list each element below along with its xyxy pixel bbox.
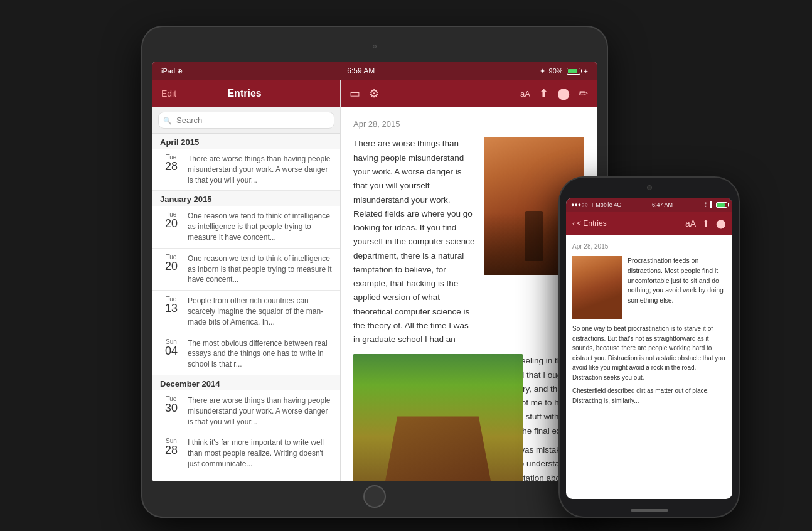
sidebar-title: Entries — [227, 88, 261, 99]
ipad-device: iPad ⊕ 6:59 AM ✦ 90% + Edit — [142, 27, 607, 517]
iphone-battery-icon — [716, 202, 727, 208]
battery-fill — [568, 69, 577, 73]
edit-button[interactable]: Edit — [161, 88, 176, 99]
entry-preview: There are worse things than having peopl… — [188, 395, 333, 427]
iphone-toolbar: ‹ < Entries aA ⬆ ⬤ — [566, 212, 732, 235]
iphone-entry-row: Procrastination feeds on distractions. M… — [572, 256, 726, 319]
entry-date: Tue 20 — [160, 254, 183, 285]
power-icon: + — [584, 67, 588, 75]
photo-spacer — [353, 354, 454, 481]
bluetooth-icon: ✦ — [540, 67, 545, 75]
share-icon[interactable]: ⬆ — [702, 218, 710, 228]
list-item[interactable]: Sun 04 The most obvious difference betwe… — [152, 333, 340, 375]
list-item[interactable]: Tue 20 One reason we tend to think of in… — [152, 206, 340, 248]
entry-text-block: There are worse things than having peopl… — [353, 137, 475, 346]
iphone-camera — [647, 185, 652, 190]
ipad-status-left: iPad ⊕ — [161, 67, 183, 75]
list-item[interactable]: Tue 30 There are worse things than havin… — [152, 390, 340, 432]
ipad-content-area: Edit Entries April 2015 — [152, 80, 597, 481]
ipad-device-label: iPad ⊕ — [161, 67, 183, 75]
settings-icon[interactable]: ⚙ — [369, 87, 379, 100]
sidebar-list: April 2015 Tue 28 There are worse things… — [152, 134, 340, 481]
entry-date: Sun 04 — [160, 338, 183, 370]
main-toolbar-left: ▭ ⚙ — [350, 87, 379, 100]
main-toolbar-right: aA ⬆ ⬤ ✏ — [520, 87, 588, 100]
signal-dots: ●●●○○ — [571, 201, 588, 208]
entry-preview: One reason we tend to think of intellige… — [188, 254, 333, 285]
entry-preview: Good procrastination is avoiding errands… — [188, 480, 333, 481]
iphone-signal: ●●●○○ T-Mobile 4G — [571, 201, 621, 208]
list-item[interactable]: Sun 28 I think it's far more important t… — [152, 432, 340, 475]
share-icon[interactable]: ⬆ — [539, 87, 548, 100]
entry-preview: People from other rich countries can sca… — [188, 296, 333, 327]
entry-date: Tue 30 — [160, 395, 183, 427]
iphone-status-bar: ●●●○○ T-Mobile 4G 6:47 AM ⇡ ▌ — [566, 198, 732, 212]
font-size-icon[interactable]: aA — [685, 218, 696, 228]
iphone-battery-area: ⇡ ▌ — [703, 201, 727, 208]
back-button[interactable]: ‹ < Entries — [572, 219, 607, 228]
iphone-battery-fill — [717, 203, 725, 206]
list-item[interactable]: Sat 27 Good procrastination is avoiding … — [152, 475, 340, 481]
battery-icon — [567, 68, 580, 75]
section-header-december-2014: December 2014 — [152, 375, 340, 390]
chevron-left-icon: ‹ — [572, 219, 575, 228]
entry-preview: There are worse things than having peopl… — [188, 154, 333, 185]
entry-preview: One reason we tend to think of intellige… — [188, 211, 333, 242]
search-wrap — [159, 112, 334, 128]
iphone-toolbar-right: aA ⬆ ⬤ — [685, 218, 726, 228]
iphone-screen: ●●●○○ T-Mobile 4G 6:47 AM ⇡ ▌ ‹ < Entrie… — [566, 198, 732, 499]
list-item[interactable]: Tue 20 One reason we tend to think of in… — [152, 249, 340, 291]
iphone-body-text: So one way to beat procrastination is to… — [572, 324, 726, 382]
sidebar-search — [152, 107, 340, 134]
entry-date: Tue 28 — [160, 154, 183, 185]
iphone-entry-photo — [572, 256, 622, 319]
iphone-entry-date: Apr 28, 2015 — [572, 242, 726, 251]
person-silhouette — [525, 211, 543, 261]
ipad-status-bar: iPad ⊕ 6:59 AM ✦ 90% + — [152, 62, 597, 80]
sidebar-toolbar: Edit Entries — [152, 80, 340, 107]
camera-icon[interactable]: ⬤ — [557, 87, 570, 100]
ipad-time: 6:59 AM — [347, 67, 375, 75]
battery-pct: 90% — [549, 67, 563, 75]
iphone-entry-text: Procrastination feeds on distractions. M… — [628, 256, 726, 319]
entry-date: Tue 20 — [160, 211, 183, 242]
iphone-home-bar — [631, 509, 668, 512]
ipad-camera — [373, 45, 377, 48]
carrier-label: T-Mobile 4G — [590, 201, 621, 208]
iphone-photo-bg — [572, 256, 622, 319]
main-content: Apr 28, 2015 There are worse things than… — [341, 107, 597, 481]
wifi-icon: ⇡ — [703, 201, 708, 208]
back-label[interactable]: < Entries — [577, 219, 607, 228]
ipad-status-right: ✦ 90% + — [540, 67, 588, 75]
section-header-april-2015: April 2015 — [152, 134, 340, 149]
section-header-january-2015: January 2015 — [152, 191, 340, 206]
ipad-screen: iPad ⊕ 6:59 AM ✦ 90% + Edit — [152, 62, 597, 481]
entry-preview: I think it's far more important to write… — [188, 437, 333, 469]
sidebar: Edit Entries April 2015 — [152, 80, 341, 481]
entry-date: Sun 28 — [160, 437, 183, 469]
iphone-body-text-2: Chesterfield described dirt as matter ou… — [572, 386, 726, 405]
list-item[interactable]: Tue 13 People from other rich countries … — [152, 291, 340, 333]
signal-bars: ▌ — [710, 201, 714, 208]
font-size-icon[interactable]: aA — [520, 89, 530, 99]
iphone-time: 6:47 AM — [652, 201, 673, 208]
entry-paragraph-1: There are worse things than having peopl… — [353, 137, 475, 346]
main-toolbar: ▭ ⚙ aA ⬆ ⬤ ✏ — [341, 80, 597, 107]
ipad-home-button[interactable] — [363, 485, 386, 508]
folder-icon[interactable]: ▭ — [350, 87, 360, 100]
entry-date: Tue 13 — [160, 296, 183, 327]
list-item[interactable]: Tue 28 There are worse things than havin… — [152, 149, 340, 191]
search-input[interactable] — [159, 112, 334, 128]
camera-icon[interactable]: ⬤ — [716, 218, 726, 228]
iphone-device: ●●●○○ T-Mobile 4G 6:47 AM ⇡ ▌ ‹ < Entrie… — [560, 178, 739, 517]
entry-photo-canyon-bottom — [353, 354, 523, 481]
entry-preview: The most obvious difference between real… — [188, 338, 333, 370]
compose-icon[interactable]: ✏ — [579, 87, 588, 100]
main-pane: ▭ ⚙ aA ⬆ ⬤ ✏ Apr 28, 2015 — [341, 80, 597, 481]
entry-date: Sat 27 — [160, 480, 183, 481]
iphone-content: Apr 28, 2015 Procrastination feeds on di… — [566, 235, 732, 499]
entry-date-display: Apr 28, 2015 — [353, 117, 584, 131]
